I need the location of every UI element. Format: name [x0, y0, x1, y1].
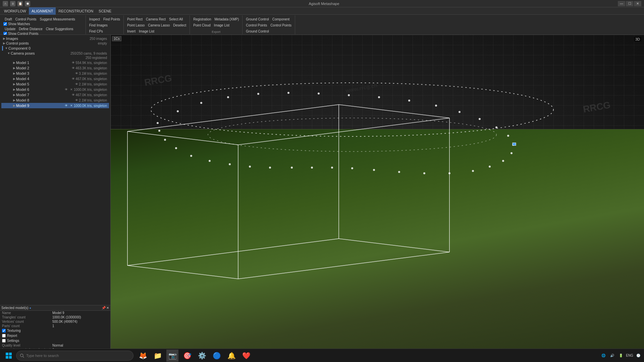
- image-list-button[interactable]: Image List: [138, 28, 156, 34]
- point-rect-button[interactable]: Point Rect: [126, 16, 144, 22]
- model3-icons: 👁: [74, 71, 79, 76]
- viewport-3d[interactable]: RRCG RRCG RRCG RRCG RRCG 人人素材 人人素材 人人素材 …: [111, 35, 644, 349]
- tree-expand-model8[interactable]: ▶: [12, 98, 16, 102]
- tree-item-camera-poses[interactable]: ▼ Camera poses 250/250 cams, 9 models: [1, 51, 109, 56]
- tree-item-model1[interactable]: ▶ Model 1 👁 554.9K tris, singleton: [1, 60, 109, 65]
- props-pin-icon[interactable]: 📌: [102, 306, 106, 310]
- clear-suggestions-button[interactable]: Clear Suggestions: [45, 26, 75, 32]
- tree-expand-control-points[interactable]: ▶: [2, 41, 6, 45]
- taskbar-app-gear[interactable]: ⚙️: [196, 350, 208, 362]
- suggest-measurements-button[interactable]: Suggest Measurements: [38, 16, 76, 22]
- props-section-report[interactable]: Report: [0, 333, 110, 338]
- tree-expand-model4[interactable]: ▶: [12, 77, 16, 81]
- language-indicator[interactable]: ENG: [627, 353, 633, 359]
- taskbar-app-circle[interactable]: 🔵: [211, 350, 223, 362]
- model9-x-icon[interactable]: ✕: [69, 103, 74, 108]
- camera-lasso-button[interactable]: Camera Lasso: [147, 22, 171, 28]
- menu-reconstruction[interactable]: RECONSTRUCTION: [56, 7, 96, 15]
- close-button[interactable]: ✕: [634, 1, 641, 6]
- point-lasso-button[interactable]: Point Lasso: [126, 22, 146, 28]
- network-icon[interactable]: 🌐: [600, 353, 606, 359]
- tree-expand-model2[interactable]: ▶: [12, 66, 16, 70]
- taskbar-app-target[interactable]: 🎯: [181, 350, 193, 362]
- props-close-icon[interactable]: ✕: [106, 306, 109, 310]
- model6-x-icon[interactable]: ✕: [69, 87, 74, 92]
- model4-eye-icon[interactable]: 👁: [71, 76, 76, 81]
- menu-workflow[interactable]: WORKFLOW: [1, 7, 29, 15]
- volume-icon[interactable]: 🔊: [609, 353, 615, 359]
- tree-expand-camera-poses[interactable]: ▼: [7, 51, 11, 55]
- tree-expand-model1[interactable]: ▶: [12, 61, 16, 65]
- point-cloud-button[interactable]: Point Cloud: [192, 22, 212, 28]
- battery-icon[interactable]: 🔋: [618, 353, 624, 359]
- find-images-button[interactable]: Find Images: [88, 22, 109, 28]
- camera-rect-button[interactable]: Camera Rect: [145, 16, 167, 22]
- control-points-import-button[interactable]: Control Points: [245, 22, 268, 28]
- update-button[interactable]: Update: [3, 26, 17, 32]
- registration-export-button[interactable]: Registration: [192, 16, 212, 22]
- deselect-button[interactable]: Deselect: [172, 22, 187, 28]
- props-section-texturing[interactable]: Texturing: [0, 328, 110, 333]
- model1-eye-icon[interactable]: 👁: [71, 60, 76, 65]
- select-all-button[interactable]: Select All: [168, 16, 184, 22]
- model5-eye-icon[interactable]: 👁: [74, 82, 79, 86]
- control-points-2-button[interactable]: Control Points: [269, 22, 293, 28]
- tree-expand-model7[interactable]: ▶: [12, 93, 16, 97]
- model8-eye-icon[interactable]: 👁: [74, 98, 79, 103]
- model7-eye-icon[interactable]: 👁: [71, 93, 76, 97]
- tree-item-model4[interactable]: ▶ Model 4 👁 467.0K tris, singleton: [1, 76, 109, 81]
- tree-expand-component0[interactable]: ▼: [4, 46, 8, 50]
- tree-item-control-points[interactable]: ▶ Control points empty: [1, 41, 109, 46]
- metadata-xmp-button[interactable]: Metadata (XMP): [213, 16, 240, 22]
- menu-alignment[interactable]: ALIGNMENT: [29, 7, 56, 15]
- find-cps-button[interactable]: Find CPs: [88, 28, 104, 34]
- minimize-button[interactable]: —: [618, 1, 625, 6]
- show-matches-checkbox[interactable]: [3, 22, 7, 26]
- taskbar-app-red[interactable]: ❤️: [240, 350, 252, 362]
- texturing-checkbox[interactable]: [2, 329, 6, 333]
- control-points-button[interactable]: Control Points: [14, 16, 38, 22]
- scene-tree[interactable]: ▶ Images 250 images ▶ Control points emp…: [0, 35, 110, 305]
- menu-scene[interactable]: SCENE: [96, 7, 114, 15]
- settings-checkbox[interactable]: [2, 339, 6, 343]
- model3-eye-icon[interactable]: 👁: [74, 71, 79, 76]
- tree-item-model3[interactable]: ▶ Model 3 👁 3.1M tris, singleton: [1, 71, 109, 76]
- search-bar[interactable]: [16, 351, 133, 361]
- tree-item-model7[interactable]: ▶ Model 7 👁 467.0K tris, singleton: [1, 92, 109, 98]
- tree-item-model5[interactable]: ▶ Model 5 👁 2.1M tris, singleton: [1, 81, 109, 87]
- tree-expand-model9[interactable]: ▶: [12, 104, 16, 108]
- component-button[interactable]: Component: [271, 16, 291, 22]
- image-list-export-button[interactable]: Image List: [213, 22, 231, 28]
- tree-item-model9[interactable]: ▶ Model 9 👁 ✕ 1000.0K tris, singleton: [1, 103, 109, 108]
- search-input[interactable]: [26, 354, 130, 358]
- inspect-button[interactable]: Inspect: [88, 16, 101, 22]
- model2-eye-icon[interactable]: 👁: [71, 66, 76, 70]
- tree-item-model6[interactable]: ▶ Model 6 👁 ✕ 1000.0K tris, singleton: [1, 87, 109, 92]
- taskbar-app-camera[interactable]: 📷: [166, 350, 178, 362]
- taskbar-app-bell[interactable]: 🔔: [225, 350, 237, 362]
- clock-icon[interactable]: 🕐: [635, 353, 641, 359]
- start-button[interactable]: [3, 350, 15, 362]
- tree-expand-model3[interactable]: ▶: [12, 71, 16, 75]
- model9-eye-icon[interactable]: 👁: [64, 103, 68, 108]
- report-checkbox[interactable]: [2, 334, 6, 338]
- props-section-settings[interactable]: Settings: [0, 338, 110, 343]
- maximize-button[interactable]: ☐: [626, 1, 633, 6]
- left-panel: ▶ Images 250 images ▶ Control points emp…: [0, 35, 111, 349]
- ground-control-import-button[interactable]: Ground Control: [245, 16, 270, 22]
- taskbar-app-folder[interactable]: 📁: [152, 350, 164, 362]
- tree-item-images[interactable]: ▶ Images 250 images: [1, 36, 109, 41]
- draft-button[interactable]: Draft: [3, 16, 13, 22]
- tree-expand-model6[interactable]: ▶: [12, 87, 16, 92]
- tree-item-model2[interactable]: ▶ Model 2 👁 463.3K tris, singleton: [1, 65, 109, 71]
- tree-item-component0[interactable]: ▼ Component 0: [1, 46, 109, 51]
- ground-control-2-button[interactable]: Ground Control: [245, 28, 270, 34]
- find-points-button[interactable]: Find Points: [102, 16, 121, 22]
- model6-eye-icon[interactable]: 👁: [64, 87, 68, 92]
- define-distance-button[interactable]: Define Distance: [17, 26, 44, 32]
- tree-expand-images[interactable]: ▶: [2, 37, 6, 41]
- tree-expand-model5[interactable]: ▶: [12, 82, 16, 86]
- taskbar-app-firefox[interactable]: 🦊: [137, 350, 149, 362]
- tree-item-model8[interactable]: ▶ Model 8 👁 2.1M tris, singleton: [1, 98, 109, 103]
- invert-button[interactable]: Invert: [126, 28, 137, 34]
